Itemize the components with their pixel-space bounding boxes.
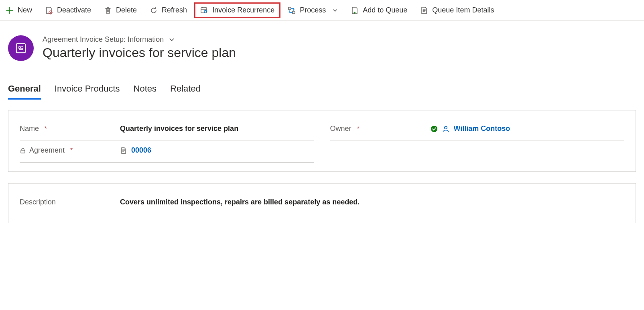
name-label: Name bbox=[20, 124, 39, 133]
deactivate-button[interactable]: Deactivate bbox=[39, 3, 97, 18]
process-label: Process bbox=[300, 6, 326, 14]
agreement-label: Agreement bbox=[29, 146, 65, 155]
field-name[interactable]: Name * Quarterly invoices for service pl… bbox=[20, 119, 314, 141]
deactivate-label: Deactivate bbox=[57, 6, 91, 14]
form-name: Agreement Invoice Setup: Information bbox=[43, 35, 164, 44]
command-bar: New Deactivate Delete Refresh Invoice Re… bbox=[0, 0, 644, 21]
svg-rect-7 bbox=[21, 150, 25, 153]
tab-related[interactable]: Related bbox=[170, 84, 201, 100]
description-value: Covers unlimited inspections, repairs ar… bbox=[120, 198, 624, 206]
required-indicator: * bbox=[70, 147, 73, 154]
queue-details-icon bbox=[420, 6, 428, 14]
agreement-value[interactable]: 00006 bbox=[131, 146, 151, 155]
form-switcher[interactable]: Agreement Invoice Setup: Information bbox=[43, 35, 236, 44]
add-to-queue-label: Add to Queue bbox=[363, 6, 407, 14]
delete-button[interactable]: Delete bbox=[98, 3, 142, 18]
chevron-down-icon bbox=[169, 37, 175, 43]
required-indicator: * bbox=[357, 125, 360, 133]
new-label: New bbox=[18, 6, 32, 14]
process-button[interactable]: Process bbox=[282, 3, 343, 18]
lock-icon bbox=[20, 147, 26, 154]
entity-icon bbox=[8, 35, 34, 61]
svg-rect-2 bbox=[288, 7, 291, 10]
section-description: Description Covers unlimited inspections… bbox=[8, 183, 636, 223]
delete-label: Delete bbox=[116, 6, 137, 14]
section-general-fields: Name * Quarterly invoices for service pl… bbox=[8, 110, 636, 172]
refresh-button[interactable]: Refresh bbox=[144, 3, 193, 18]
add-to-queue-icon bbox=[351, 6, 359, 14]
calendar-recurrence-icon bbox=[200, 6, 208, 14]
record-header: Agreement Invoice Setup: Information Qua… bbox=[0, 21, 644, 61]
owner-label: Owner bbox=[330, 124, 351, 133]
process-icon bbox=[288, 6, 296, 14]
field-agreement[interactable]: Agreement * 00006 bbox=[20, 141, 314, 163]
name-value: Quarterly invoices for service plan bbox=[120, 124, 314, 133]
refresh-label: Refresh bbox=[162, 6, 187, 14]
owner-value[interactable]: William Contoso bbox=[454, 124, 510, 133]
invoice-recurrence-button[interactable]: Invoice Recurrence bbox=[194, 2, 280, 18]
tab-general[interactable]: General bbox=[8, 84, 41, 100]
field-description[interactable]: Description Covers unlimited inspections… bbox=[20, 192, 624, 214]
description-label: Description bbox=[20, 198, 56, 206]
record-title: Quarterly invoices for service plan bbox=[43, 45, 236, 60]
add-to-queue-button[interactable]: Add to Queue bbox=[345, 3, 413, 18]
document-icon bbox=[120, 147, 127, 154]
refresh-icon bbox=[150, 6, 158, 14]
new-button[interactable]: New bbox=[0, 3, 38, 18]
tab-bar: General Invoice Products Notes Related bbox=[0, 61, 644, 100]
tab-invoice-products[interactable]: Invoice Products bbox=[55, 84, 120, 100]
chevron-down-icon bbox=[332, 8, 338, 13]
check-circle-icon bbox=[431, 125, 438, 133]
plus-icon bbox=[6, 6, 14, 14]
svg-rect-3 bbox=[293, 11, 295, 14]
svg-rect-4 bbox=[16, 44, 26, 53]
invoice-recurrence-label: Invoice Recurrence bbox=[212, 6, 274, 14]
svg-point-6 bbox=[444, 126, 447, 128]
field-owner[interactable]: Owner * William Contoso bbox=[330, 119, 625, 141]
svg-point-5 bbox=[431, 126, 437, 132]
queue-item-details-button[interactable]: Queue Item Details bbox=[414, 3, 500, 18]
tab-notes[interactable]: Notes bbox=[134, 84, 156, 100]
user-icon bbox=[442, 125, 450, 133]
trash-icon bbox=[104, 6, 112, 14]
required-indicator: * bbox=[45, 125, 47, 133]
deactivate-icon bbox=[45, 6, 53, 14]
queue-item-details-label: Queue Item Details bbox=[432, 6, 494, 14]
